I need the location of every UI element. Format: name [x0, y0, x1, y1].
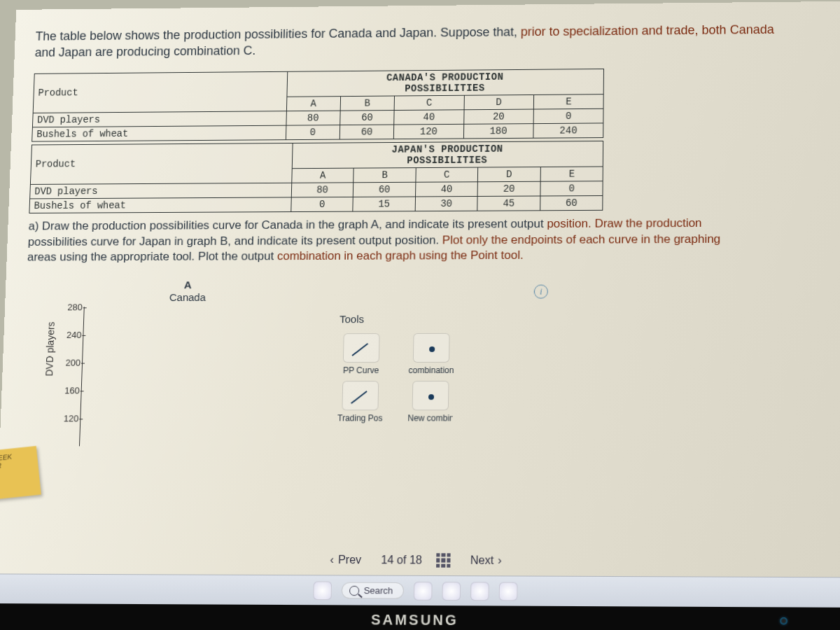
graph-a-canvas[interactable]: DVD players 280 240 200 160 120 [65, 307, 312, 461]
canada-product-header: Product [33, 71, 287, 113]
japan-row1-label: Bushels of wheat [29, 197, 291, 214]
ytick: 200 [52, 358, 80, 368]
canada-row1-label: Bushels of wheat [32, 125, 286, 141]
next-button[interactable]: Next › [464, 551, 507, 570]
canada-caption-l1: CANADA'S PRODUCTION [386, 71, 503, 83]
start-button[interactable] [314, 581, 332, 600]
question-intro: The table below shows the production pos… [34, 20, 830, 61]
tools-palette: Tools PP Curve combination Trading Possi [337, 313, 507, 429]
japan-caption-l1: JAPAN'S PRODUCTION [391, 144, 503, 155]
japan-col-b: B [354, 167, 416, 182]
prompt-1b: position. Draw the production [547, 216, 701, 230]
cell: 60 [340, 125, 394, 139]
canada-col-c: C [394, 95, 464, 110]
tool-pp-curve[interactable]: PP Curve [338, 333, 384, 375]
canada-col-d: D [464, 94, 534, 109]
japan-col-e: E [540, 167, 603, 181]
canada-caption: CANADA'S PRODUCTION POSSIBILITIES [286, 69, 603, 97]
cell: 60 [540, 195, 603, 210]
taskbar-search[interactable]: Search [342, 582, 404, 599]
cell: 0 [540, 181, 603, 195]
cell: 0 [291, 197, 354, 211]
cell: 20 [463, 109, 533, 124]
cell: 15 [353, 197, 415, 211]
cell: 40 [415, 181, 477, 196]
cell: 45 [477, 196, 540, 211]
monitor-bezel: SAMSUNG [0, 603, 840, 630]
ytick: 160 [52, 386, 80, 396]
prompt-3a: areas using the appropriate tool. Plot t… [27, 250, 277, 264]
power-led-icon [780, 617, 787, 624]
tools-title: Tools [340, 313, 507, 326]
prompt-3b: combination in each graph using the Poin… [277, 248, 524, 262]
japan-caption: JAPAN'S PRODUCTION POSSIBILITIES [292, 141, 603, 168]
prompt-2a: possibilities curve for Japan in graph B… [28, 233, 442, 248]
prev-label: Prev [338, 554, 362, 566]
taskbar-app[interactable] [498, 582, 517, 601]
japan-product-header: Product [30, 143, 293, 184]
line-icon [343, 333, 380, 363]
taskbar-app[interactable] [470, 582, 489, 601]
point-icon [412, 381, 449, 410]
tool-label: New combina [407, 414, 453, 424]
graph-a-subtitle: Canada [169, 291, 206, 303]
canada-caption-l2: POSSIBILITIES [405, 83, 485, 94]
tool-trading-possibilities[interactable]: Trading Possi [337, 382, 383, 424]
canada-col-b: B [340, 96, 395, 111]
cell: 20 [477, 181, 540, 196]
taskbar-app[interactable] [413, 582, 432, 601]
canada-table: Product CANADA'S PRODUCTION POSSIBILITIE… [31, 69, 604, 142]
grid-icon[interactable] [436, 553, 451, 568]
chevron-right-icon: › [498, 554, 502, 567]
cell: 0 [286, 125, 340, 139]
cell: 60 [340, 110, 395, 125]
cell: 120 [394, 124, 464, 139]
japan-table: Product JAPAN'S PRODUCTION POSSIBILITIES… [29, 141, 603, 214]
japan-row0-label: DVD players [30, 183, 292, 199]
ytick: 240 [54, 330, 82, 340]
japan-caption-l2: POSSIBILITIES [407, 154, 487, 165]
counter-current: 14 [381, 554, 393, 566]
cell: 40 [394, 109, 464, 124]
intro-text-2: and Japan are producing combination C. [35, 44, 256, 59]
prompt-1a: a) Draw the production possibilities cur… [28, 217, 547, 232]
cell: 60 [354, 182, 416, 197]
cell: 80 [286, 111, 341, 125]
point-icon [413, 333, 450, 363]
question-nav: ‹ Prev 14 of 18 Next › [0, 550, 840, 571]
tool-new-combination[interactable]: New combina [407, 381, 453, 423]
japan-col-c: C [416, 167, 478, 182]
tool-label: PP Curve [338, 365, 383, 375]
ytick: 280 [55, 302, 83, 313]
chevron-left-icon: ‹ [330, 554, 334, 566]
cell: 0 [533, 108, 603, 123]
tool-combination[interactable]: combination [408, 333, 454, 375]
search-placeholder: Search [364, 585, 393, 596]
graph-a-title: A Canada [80, 279, 295, 304]
search-icon [349, 585, 359, 595]
cell: 30 [415, 196, 477, 211]
monitor-brand: SAMSUNG [371, 612, 458, 628]
tool-label: combination [408, 365, 453, 375]
canada-col-a: A [286, 96, 340, 111]
taskbar-app[interactable] [442, 582, 461, 601]
question-counter: 14 of 18 [381, 554, 422, 567]
table-row: Bushels of wheat 0 15 30 45 60 [29, 195, 603, 213]
prompt-2b: Plot only the endpoints of each curve in… [442, 232, 721, 246]
windows-taskbar[interactable]: Search [0, 573, 840, 607]
y-axis [79, 307, 85, 447]
intro-highlight: prior to specialization and trade, both … [521, 22, 774, 38]
japan-col-d: D [478, 167, 540, 181]
cell: 80 [291, 182, 354, 197]
question-prompt: a) Draw the production possibilities cur… [27, 215, 832, 266]
prev-button[interactable]: ‹ Prev [324, 551, 367, 570]
ytick: 120 [51, 414, 79, 424]
graph-a-letter: A [184, 279, 192, 291]
tool-label: Trading Possi [337, 414, 382, 424]
sticky-note: WEEK TR [0, 446, 41, 500]
info-icon[interactable]: i [534, 285, 548, 299]
canada-col-e: E [533, 94, 603, 108]
cell: 180 [463, 123, 533, 138]
next-label: Next [470, 554, 494, 567]
cell: 240 [533, 123, 603, 138]
